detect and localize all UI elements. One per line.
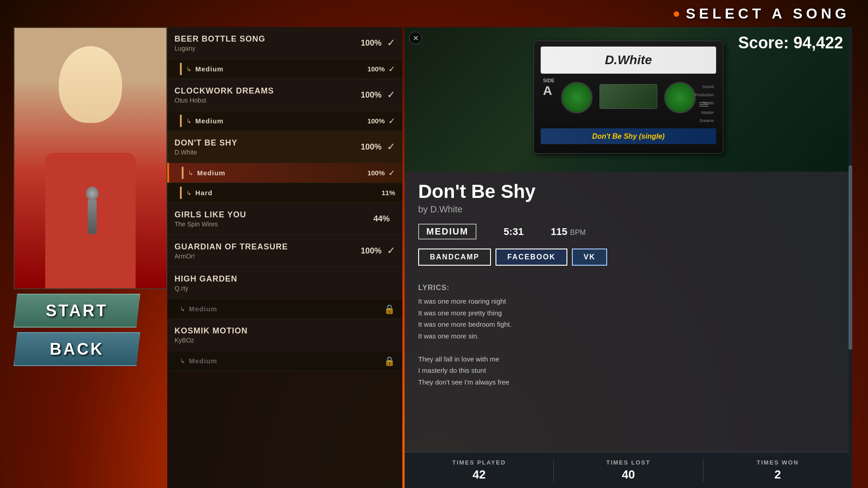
cassette-artist: D.White: [605, 53, 652, 67]
song-score-girls-like-you: 44%: [373, 214, 390, 224]
diff-label-dont-be-shy-hard: Hard: [195, 189, 382, 197]
diff-label-clockwork-dreams-medium: Medium: [195, 117, 368, 125]
song-item-girls-like-you[interactable]: GIRLS LIKE YOUThe Spin Wires44%: [167, 203, 402, 235]
cassette-master-lines: [699, 102, 714, 107]
song-main-row-girls-like-you[interactable]: GIRLS LIKE YOUThe Spin Wires44%: [167, 203, 402, 235]
diff-arrow-kosmik-motion-0: ↳: [180, 357, 185, 365]
diff-arrow-clockwork-dreams-0: ↳: [186, 117, 192, 125]
diff-row-beer-bottle-song-medium[interactable]: ↳Medium100%✓: [167, 59, 402, 79]
song-detail-panel: D.White SIDE A SoundProductionStudio Mas…: [405, 27, 852, 488]
song-artist-dont-be-shy: D.White: [175, 149, 361, 156]
yellow-bar-dont-be-shy-1: [180, 187, 182, 199]
vk-button[interactable]: VK: [572, 249, 607, 266]
times-won-label: TIMES WON: [757, 459, 799, 466]
lock-icon-high-garden-medium: 🔒: [384, 304, 395, 314]
song-artist-girls-like-you: The Spin Wires: [175, 221, 373, 228]
song-item-clockwork-dreams[interactable]: CLOCKWORK DREAMSOtus Hobst100%✓↳Medium10…: [167, 79, 402, 131]
lyrics-line: I masterly do this stunt: [418, 365, 839, 376]
master-line-3: [699, 106, 708, 107]
bpm-value: 115: [551, 226, 567, 237]
detail-song-title: Don't Be Shy: [418, 181, 839, 202]
cassette: D.White SIDE A SoundProductionStudio Mas…: [533, 41, 723, 154]
lyrics-line: It was one more sin.: [418, 330, 839, 342]
song-main-row-beer-bottle-song[interactable]: BEER BOTTLE SONGLugany100%✓: [167, 27, 402, 59]
yellow-bar-clockwork-dreams-0: [180, 115, 182, 127]
song-title-kosmik-motion: KOSMIK MOTION: [175, 326, 395, 336]
bottom-stats: TIMES PLAYED 42 TIMES LOST 40 TIMES WON …: [405, 452, 852, 488]
cassette-master-text: MasterDreams: [699, 110, 714, 123]
album-area: D.White SIDE A SoundProductionStudio Mas…: [405, 27, 852, 172]
bandcamp-button[interactable]: BANDCAMP: [418, 249, 491, 266]
mic-head: [86, 187, 99, 200]
cassette-song-name: Don't Be Shy (single): [592, 132, 665, 141]
song-artist-clockwork-dreams: Otus Hobst: [175, 97, 361, 104]
duration-stat: 5:31: [504, 226, 524, 238]
times-won-value: 2: [774, 468, 781, 482]
song-main-row-guardian-of-treasure[interactable]: GUARDIAN OF TREASUREArmOr!100%✓: [167, 235, 402, 267]
header: ● SELECT A SONG: [0, 0, 868, 27]
times-played-label: TIMES PLAYED: [452, 459, 506, 466]
song-info-high-garden: HIGH GARDENQ.rty: [175, 274, 395, 292]
song-main-row-kosmik-motion[interactable]: KOSMIK MOTIONKyBOz: [167, 319, 402, 351]
diff-label-beer-bottle-song-medium: Medium: [195, 65, 368, 73]
diff-arrow-dont-be-shy-0: ↳: [188, 169, 193, 177]
song-main-row-high-garden[interactable]: HIGH GARDENQ.rty: [167, 267, 402, 299]
right-scrollbar-thumb[interactable]: [849, 165, 852, 350]
cassette-side: SIDE A: [543, 77, 555, 98]
song-checkmark-clockwork-dreams: ✓: [387, 89, 395, 101]
times-lost-value: 40: [622, 468, 635, 482]
song-score-dont-be-shy: 100%: [361, 142, 382, 152]
song-info-beer-bottle-song: BEER BOTTLE SONGLugany: [175, 34, 361, 52]
lyrics-line: It was one more pretty thing: [418, 307, 839, 319]
song-item-beer-bottle-song[interactable]: BEER BOTTLE SONGLugany100%✓↳Medium100%✓: [167, 27, 402, 79]
back-button[interactable]: BACK: [14, 332, 140, 366]
song-score-beer-bottle-song: 100%: [361, 38, 382, 48]
times-played-stat: TIMES PLAYED 42: [405, 459, 553, 482]
song-title-high-garden: HIGH GARDEN: [175, 274, 395, 284]
cassette-label: D.White: [541, 47, 716, 74]
song-main-row-dont-be-shy[interactable]: DON'T BE SHYD.White100%✓: [167, 131, 402, 163]
song-detail-section: Don't Be Shy by D.White MEDIUM 5:31 115 …: [405, 172, 852, 284]
diff-score-clockwork-dreams-medium: 100%: [368, 117, 385, 125]
close-button[interactable]: ✕: [409, 32, 422, 44]
start-button[interactable]: START: [14, 294, 140, 328]
diff-label-high-garden-medium: Medium: [189, 305, 384, 313]
song-title-guardian-of-treasure: GUARDIAN OF TREASURE: [175, 242, 361, 252]
facebook-button[interactable]: FACEBOOK: [495, 249, 567, 266]
master-line-1: [699, 102, 708, 103]
microphone: [88, 198, 97, 234]
song-item-high-garden[interactable]: HIGH GARDENQ.rty↳Medium🔒: [167, 267, 402, 319]
song-main-row-clockwork-dreams[interactable]: CLOCKWORK DREAMSOtus Hobst100%✓: [167, 79, 402, 111]
artist-prefix: by: [418, 204, 428, 214]
score-display: Score: 94,422: [738, 33, 843, 52]
diff-label-kosmik-motion-medium: Medium: [189, 357, 384, 365]
times-played-value: 42: [472, 468, 486, 482]
song-artist-guardian-of-treasure: ArmOr!: [175, 253, 361, 260]
lyrics-section: LYRICS: It was one more roaring nightIt …: [405, 284, 852, 388]
song-title-girls-like-you: GIRLS LIKE YOU: [175, 210, 373, 220]
diff-row-kosmik-motion-medium: ↳Medium🔒: [167, 351, 402, 371]
right-scrollbar[interactable]: [849, 27, 852, 488]
diff-row-clockwork-dreams-medium[interactable]: ↳Medium100%✓: [167, 111, 402, 131]
lyrics-line: They don't see I'm always free: [418, 376, 839, 388]
bpm-unit: BPM: [570, 229, 586, 236]
song-item-kosmik-motion[interactable]: KOSMIK MOTIONKyBOz↳Medium🔒: [167, 319, 402, 371]
diff-score-dont-be-shy-hard: 11%: [382, 189, 395, 197]
song-info-girls-like-you: GIRLS LIKE YOUThe Spin Wires: [175, 210, 373, 228]
song-title-dont-be-shy: DON'T BE SHY: [175, 138, 361, 148]
song-artist-kosmik-motion: KyBOz: [175, 337, 395, 344]
header-dot: ●: [673, 6, 680, 21]
diff-arrow-dont-be-shy-1: ↳: [186, 189, 192, 197]
diff-arrow-beer-bottle-song-0: ↳: [186, 66, 192, 73]
diff-row-dont-be-shy-hard[interactable]: ↳Hard11%: [167, 183, 402, 202]
song-item-dont-be-shy[interactable]: DON'T BE SHYD.White100%✓↳Medium100%✓↳Har…: [167, 131, 402, 203]
song-list-panel[interactable]: BEER BOTTLE SONGLugany100%✓↳Medium100%✓C…: [167, 27, 402, 488]
song-info-clockwork-dreams: CLOCKWORK DREAMSOtus Hobst: [175, 86, 361, 104]
diff-label-dont-be-shy-medium: Medium: [197, 169, 368, 177]
master-line-2: [699, 104, 708, 105]
diff-row-high-garden-medium: ↳Medium🔒: [167, 299, 402, 319]
diff-row-dont-be-shy-medium[interactable]: ↳Medium100%✓: [167, 163, 402, 183]
lyrics-line: They all fall in love with me: [418, 353, 839, 365]
song-item-guardian-of-treasure[interactable]: GUARDIAN OF TREASUREArmOr!100%✓: [167, 235, 402, 267]
singer-face: [59, 46, 122, 123]
